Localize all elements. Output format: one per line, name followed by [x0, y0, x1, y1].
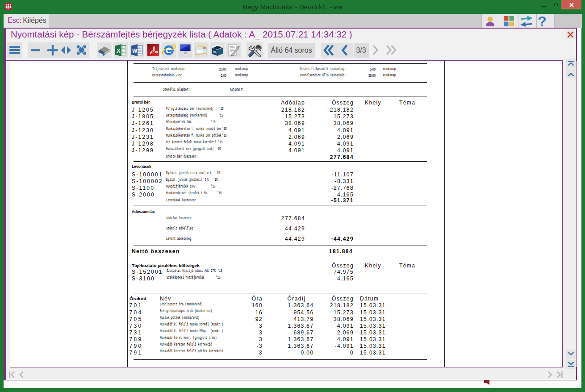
svg-text:W: W: [132, 48, 138, 54]
svg-text:?: ?: [538, 14, 547, 28]
svg-text:X: X: [117, 47, 121, 54]
